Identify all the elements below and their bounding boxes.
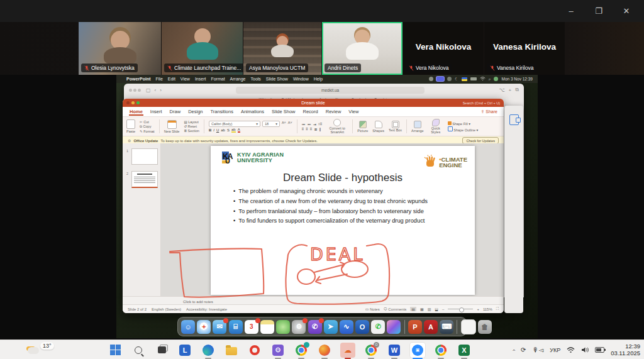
tray-overflow-chevron[interactable]: › [511, 349, 517, 351]
font-size-select[interactable]: 18▾ [262, 121, 280, 127]
layout-button[interactable]: ▤ Layout [184, 120, 198, 124]
menu-item[interactable]: Window [293, 77, 309, 81]
tabs-icon[interactable]: ⧉ [515, 87, 519, 93]
text-box-button[interactable]: Text Box [389, 129, 402, 133]
l-app-icon[interactable]: L [177, 343, 192, 358]
zoom-out-button[interactable]: – [442, 307, 444, 311]
task-view-button[interactable] [154, 343, 169, 358]
slide-thumbnail-2[interactable]: 2 [131, 171, 158, 188]
chrome-profile-icon[interactable]: O [364, 343, 379, 358]
slide-bullets[interactable]: The problem of managing chronic wounds i… [233, 188, 464, 228]
spotlight-icon[interactable]: ⌕ [489, 77, 491, 82]
language-indicator[interactable]: УКР [550, 347, 560, 353]
account-icon[interactable] [494, 77, 498, 81]
underline-button[interactable]: U [216, 128, 219, 132]
screen-sharing-indicator-icon[interactable] [436, 77, 444, 81]
tab-insert[interactable]: Insert [150, 108, 163, 116]
format-painter-button[interactable]: ✎ Format [140, 130, 155, 133]
back-icon[interactable]: ‹ [155, 87, 157, 93]
powerpoint-dock-icon[interactable]: P [408, 320, 422, 334]
fit-slide-button[interactable]: ⛶ [496, 307, 499, 311]
indent-button[interactable]: ⇥ [313, 122, 316, 126]
video-tile-novideo[interactable]: Vera Nikolova Vera Nikolova [403, 22, 484, 75]
zoom-in-button[interactable]: + [477, 307, 479, 311]
copy-button[interactable]: ⧉ Copy [140, 124, 151, 129]
file-explorer-icon[interactable] [224, 343, 239, 358]
video-tile-active-speaker[interactable]: Andrii Dinets [322, 22, 402, 75]
shrink-font-button[interactable]: A˅ [288, 121, 292, 127]
share-icon[interactable]: ⌥ [499, 87, 504, 93]
ua-keyboard-flag-icon[interactable] [462, 77, 467, 81]
quick-styles-button[interactable]: Quick Styles [428, 127, 443, 135]
menu-item[interactable]: Arrange [230, 77, 246, 81]
bullets-button[interactable]: ≔ [302, 122, 306, 126]
acrobat-icon[interactable]: A [424, 320, 438, 334]
align-left-button[interactable]: ≡ [302, 127, 304, 131]
powerpoint-titlebar[interactable]: Dream slide Search (Cmd + Ctrl + U) [123, 99, 504, 107]
video-tile[interactable]: Climate Launchpad Traine... [162, 22, 243, 75]
trash-icon[interactable]: 🗑 [478, 320, 492, 334]
reuse-files-panel[interactable] [504, 106, 523, 313]
numbering-button[interactable]: ≕ [308, 122, 311, 126]
new-tab-icon[interactable]: + [509, 87, 512, 93]
chrome-icon[interactable] [294, 343, 309, 358]
calendar-icon[interactable]: 3 [245, 320, 258, 334]
shapes-button[interactable]: Shapes [372, 129, 384, 133]
menu-item[interactable]: Help [314, 77, 323, 81]
notes-icon[interactable] [260, 320, 274, 334]
zoom-level[interactable]: 115% [483, 307, 492, 311]
chrome-icon-2[interactable] [433, 343, 448, 358]
status-icon[interactable] [429, 77, 433, 81]
photos-icon[interactable] [387, 320, 401, 334]
edge-icon[interactable] [201, 343, 216, 358]
menu-item[interactable]: Edit [168, 77, 175, 81]
new-slide-button[interactable]: New Slide [164, 130, 180, 133]
slide-sorter-view-button[interactable]: ▦ [420, 307, 424, 311]
word-icon[interactable]: W [387, 343, 402, 358]
video-tile-novideo[interactable]: Vanesa Kirilova Vanesa Kirilova [484, 22, 565, 75]
tab-slideshow[interactable]: Slide Show [271, 108, 296, 116]
minimize-button[interactable]: – [557, 0, 585, 22]
telegram-icon[interactable]: ➤ [324, 320, 338, 334]
menu-item[interactable]: Insert [195, 77, 206, 81]
align-center-button[interactable]: ≡ [306, 127, 308, 131]
highlight-button[interactable]: ab [231, 128, 236, 133]
forward-icon[interactable]: › [160, 87, 162, 93]
text-shadow-button[interactable]: S [227, 128, 230, 132]
settings-icon[interactable]: ⚙ [292, 320, 306, 334]
outlook-icon[interactable]: O [355, 320, 369, 334]
tray-clock[interactable]: 12:39 03.11.2025 [611, 343, 640, 357]
mic-location-icons[interactable]: 🎙◅ [532, 346, 543, 353]
tab-home[interactable]: Home [129, 108, 143, 116]
normal-view-button[interactable]: ▤ [410, 307, 416, 311]
tab-view[interactable]: View [348, 108, 359, 116]
columns-button[interactable]: ∥ [319, 127, 321, 131]
opera-icon[interactable] [247, 343, 262, 358]
video-tile[interactable]: Olesia Lynovytska [79, 22, 161, 75]
grow-font-button[interactable]: A˄ [282, 121, 286, 127]
whatsapp-icon[interactable]: ✆ [371, 320, 385, 334]
menubar-clock[interactable]: Mon 3 Nov 12:39 [501, 77, 533, 81]
app-icon[interactable]: ∿ [340, 320, 353, 334]
font-name-select[interactable]: Calibri (Body)▾ [209, 121, 260, 127]
section-button[interactable]: ≣ Section [184, 129, 199, 133]
justify-button[interactable]: ≣ [314, 127, 317, 131]
soundcloud-icon[interactable]: ☁ [340, 343, 355, 358]
slide-title[interactable]: Dream Slide - hypothesis [211, 172, 475, 184]
slide-thumbnail-1[interactable]: 1 [131, 148, 158, 165]
arrange-button[interactable]: Arrange [411, 129, 424, 133]
slide[interactable]: KAU KYIV AGRARIANUNIVERSITY •CLIMATEENGI… [211, 146, 475, 295]
keynote-icon[interactable]: ⌸ [229, 320, 243, 334]
do-not-disturb-icon[interactable]: ☾ [455, 77, 458, 82]
paste-button[interactable]: Paste [126, 130, 135, 133]
language-indicator[interactable]: English (Sweden) [152, 307, 181, 311]
tab-design[interactable]: Design [187, 108, 203, 116]
app-icon[interactable]: ⌨ [440, 320, 453, 334]
slide-canvas[interactable]: KAU KYIV AGRARIANUNIVERSITY •CLIMATEENGI… [161, 143, 504, 296]
zoom-slider[interactable] [448, 309, 473, 309]
tab-draw[interactable]: Draw [169, 108, 182, 116]
tab-transitions[interactable]: Transitions [209, 108, 233, 116]
excel-icon[interactable]: X [457, 343, 472, 358]
bold-button[interactable]: B [209, 128, 211, 132]
picture-button[interactable]: Picture [357, 129, 368, 133]
